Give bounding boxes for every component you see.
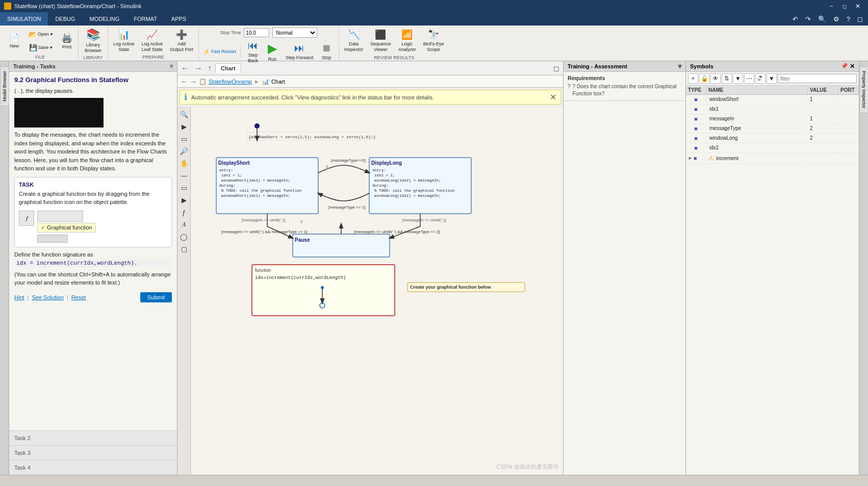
sym-sort-btn[interactable]: ⇅ bbox=[722, 73, 732, 84]
step-forward-button[interactable]: ⏭ Step Forward bbox=[283, 40, 316, 63]
property-inspector-tab[interactable]: Property Inspector bbox=[859, 66, 869, 113]
nav-forward-btn[interactable]: → bbox=[193, 64, 204, 73]
circle-tool[interactable]: ◯ bbox=[178, 231, 190, 242]
submit-button[interactable]: Submit bbox=[140, 292, 172, 302]
table-row[interactable]: ■ messageType 2 bbox=[686, 124, 859, 134]
print-button[interactable]: 🖨️ Print bbox=[58, 28, 76, 54]
breadcrumb-icon: 📋 bbox=[199, 78, 207, 85]
nav-fwd-sm[interactable]: → bbox=[190, 78, 197, 86]
library-browser-button[interactable]: 📚 Library Browser bbox=[82, 28, 105, 54]
task-3-item[interactable]: Task 3 bbox=[9, 445, 177, 460]
open-button[interactable]: 📂 Open ▼ bbox=[25, 28, 57, 40]
toolbar-search-icon[interactable]: 🔍 bbox=[816, 14, 828, 24]
birds-eye-button[interactable]: 🔭 Bird's-Eye Scope bbox=[420, 28, 447, 54]
sym-filter3-btn[interactable]: ⛐ bbox=[755, 73, 765, 84]
select-tool[interactable]: ▶ bbox=[178, 121, 190, 132]
fast-restart-toggle[interactable]: ⚡ Fast Restart bbox=[202, 47, 237, 56]
toolbar-expand-icon[interactable]: ◻ bbox=[855, 14, 865, 24]
restore-btn[interactable]: ◻ bbox=[838, 2, 851, 11]
add-output-port-button[interactable]: ➕ Add Output Port bbox=[167, 28, 196, 54]
logic-analyzer-button[interactable]: 📶 Logic Analyzer bbox=[395, 28, 419, 54]
table-row[interactable]: ■ windowLong 2 bbox=[686, 134, 859, 143]
canvas-expand-btn[interactable]: ◻ bbox=[552, 64, 561, 72]
stop-button[interactable]: ⏹ Stop bbox=[317, 40, 336, 63]
diagram-canvas[interactable]: {windowShort = zeros(1,5); windowLong = … bbox=[191, 107, 563, 475]
menu-simulation[interactable]: SIMULATION bbox=[0, 12, 48, 25]
hint-link[interactable]: Hint bbox=[14, 294, 24, 300]
info-close-btn[interactable]: ✕ bbox=[550, 92, 556, 102]
model-browser-tab[interactable]: Model Browser bbox=[0, 66, 9, 106]
zoom-out-tool[interactable]: 🔎 bbox=[178, 145, 190, 157]
warning-icon: ⚠ bbox=[708, 155, 714, 162]
state-tool[interactable]: ▭ bbox=[178, 182, 190, 193]
reset-link[interactable]: Reset bbox=[71, 294, 86, 300]
default-tool[interactable]: ▶ bbox=[178, 194, 190, 206]
toolbar-redo-icon[interactable]: ↷ bbox=[803, 14, 813, 24]
canvas-area: ← → ↑ Chart ◻ ← → 📋 StateflowOnramp ► 📊 … bbox=[177, 61, 563, 475]
task-title: TASK bbox=[19, 182, 167, 188]
sequence-viewer-button[interactable]: ⬛ Sequence Viewer bbox=[367, 28, 394, 54]
menubar: SIMULATION DEBUG MODELING FORMAT APPS ↶ … bbox=[0, 12, 868, 25]
toolbar-undo-icon[interactable]: ↶ bbox=[790, 14, 800, 24]
nav-up-btn[interactable]: ↑ bbox=[206, 64, 213, 73]
trans-2: 2 bbox=[300, 219, 303, 224]
hand-tool[interactable]: ✋ bbox=[178, 158, 190, 169]
menu-modeling[interactable]: MODELING bbox=[83, 12, 127, 25]
nav-back-sm[interactable]: ← bbox=[181, 78, 188, 86]
graphical-function-icon[interactable] bbox=[37, 211, 83, 222]
task-2-item[interactable]: Task 2 bbox=[9, 430, 177, 445]
nav-back-btn[interactable]: ← bbox=[180, 64, 191, 73]
note2-tool[interactable]: ▢ bbox=[178, 243, 190, 254]
info-message: Automatic arrangement succeeded. Click "… bbox=[191, 94, 434, 100]
symbols-pin-btn[interactable]: 📌 bbox=[841, 63, 848, 70]
long-to-short-label: [messageType == 1] bbox=[328, 205, 366, 210]
sym-filter2-btn[interactable]: ▼ bbox=[733, 73, 743, 84]
symbols-close-btn[interactable]: ✕ bbox=[850, 63, 855, 70]
increment-row[interactable]: ► ■ ⚠ increment bbox=[686, 153, 859, 164]
sym-view-btn[interactable]: 👁 bbox=[710, 73, 721, 84]
breadcrumb-root[interactable]: StateflowOnramp bbox=[209, 79, 252, 85]
step-back-button[interactable]: ⏮ Step Back bbox=[244, 40, 262, 63]
toolbar-help-icon[interactable]: ? bbox=[845, 14, 852, 24]
menu-debug[interactable]: DEBUG bbox=[48, 12, 82, 25]
cond-short-to-pause: [messageIn == uint8(';') && messageType … bbox=[221, 229, 307, 234]
chart-tab[interactable]: Chart bbox=[215, 63, 241, 73]
pointer-tool[interactable]: ⸻ bbox=[178, 170, 190, 181]
task-4-item[interactable]: Task 4 bbox=[9, 460, 177, 475]
func-tool[interactable]: ƒ bbox=[178, 207, 190, 218]
minimize-btn[interactable]: − bbox=[825, 2, 837, 11]
table-row[interactable]: ■ windowShort 1 bbox=[686, 95, 859, 105]
close-btn[interactable]: ✕ bbox=[852, 2, 864, 11]
sym-resolve-btn[interactable]: 🔓 bbox=[699, 73, 709, 84]
toolbar-settings-icon[interactable]: ⚙ bbox=[831, 14, 841, 24]
log-active-leaf-button[interactable]: 📈 Log Active Leaf State bbox=[139, 28, 166, 54]
table-row[interactable]: ■ messageIn 1 bbox=[686, 114, 859, 124]
menu-format[interactable]: FORMAT bbox=[126, 12, 164, 25]
sym-dropdown-btn[interactable]: ▼ bbox=[767, 73, 777, 84]
new-button[interactable]: 📄 New bbox=[4, 34, 24, 47]
menu-apps[interactable]: APPS bbox=[164, 12, 193, 25]
sim-mode-select[interactable]: Normal Accelerator Rapid Accelerator bbox=[272, 28, 317, 38]
titlebar-title: Stateflow (chart) StateflowOnramp/Chart … bbox=[14, 3, 141, 9]
table-row[interactable]: ■ idx1 bbox=[686, 105, 859, 114]
save-button[interactable]: 💾 Save ▼ bbox=[25, 41, 57, 54]
zoom-in-tool[interactable]: 🔍 bbox=[178, 109, 190, 120]
panel-collapse-btn[interactable]: ▿ bbox=[170, 63, 173, 70]
sym-add-btn[interactable]: + bbox=[688, 73, 698, 84]
see-solution-link[interactable]: See Solution bbox=[32, 294, 63, 300]
right-panel-collapse[interactable]: ▿ bbox=[678, 63, 681, 70]
log-active-state-button[interactable]: 📊 Log Active State bbox=[110, 28, 138, 54]
run-button[interactable]: ▶ Run bbox=[263, 40, 282, 63]
data-inspector-button[interactable]: 📉 Data Inspector bbox=[341, 28, 366, 54]
statusbar bbox=[0, 475, 868, 486]
stop-time-input[interactable] bbox=[244, 28, 269, 37]
table-row[interactable]: ■ idx2 bbox=[686, 143, 859, 153]
sym-more-btn[interactable]: ⋯ bbox=[744, 73, 754, 84]
note-tool[interactable]: 𝐴 bbox=[178, 219, 190, 230]
short-to-long-num: 2 bbox=[326, 164, 328, 169]
filter-input[interactable] bbox=[778, 74, 857, 83]
pause-title: Pause bbox=[295, 237, 310, 243]
canvas-toolbar-bar: ← → ↑ Chart ◻ bbox=[177, 61, 563, 75]
expand-arrow[interactable]: ► bbox=[688, 156, 693, 161]
zoom-rect-tool[interactable]: ▭ bbox=[178, 133, 190, 144]
